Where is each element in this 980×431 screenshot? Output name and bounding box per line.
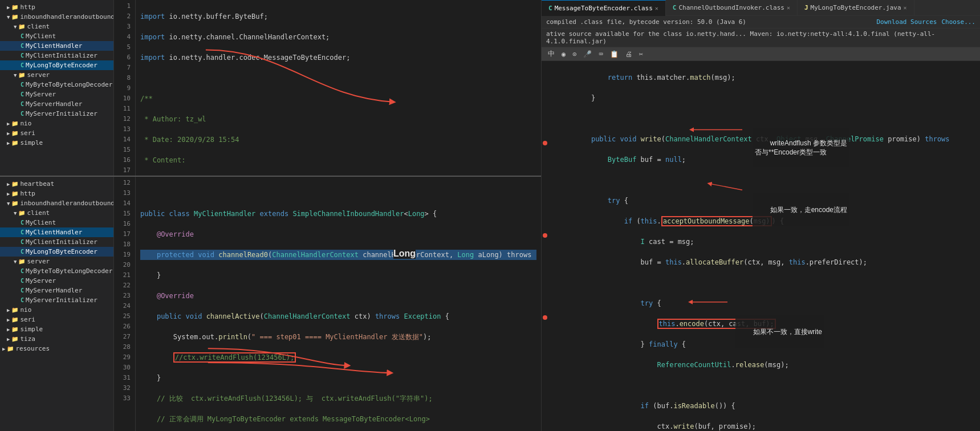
tree-item-client-bottom[interactable]: ▼ 📁 client (0, 208, 113, 218)
tab-close-icon[interactable]: ✕ (655, 5, 658, 11)
tree-item-mybytetolong-top[interactable]: C MyByteToByteLongDecoder (0, 80, 113, 90)
tree-item-server-bottom[interactable]: ▼ 📁 server (0, 257, 113, 266)
arrow-icon: ▶ (7, 5, 10, 10)
tree-label: MyByteToByteLongDecoder (26, 81, 112, 88)
tree-label: MyServerInitializer (26, 296, 97, 304)
folder-icon: 📁 (18, 210, 25, 216)
folder-icon: 📁 (7, 345, 14, 352)
notification-bar: compiled .class file, bytecode version: … (542, 16, 980, 29)
folder-icon: 📁 (11, 130, 18, 136)
toolbar-btn-print[interactable]: 🖨 (624, 50, 634, 59)
arrow-icon: ▶ (7, 336, 10, 342)
tree-item-myclient-bottom[interactable]: C MyClient (0, 218, 113, 227)
tree-label: inboundhandlerandoutboundhandler (20, 200, 114, 207)
tree-item-myclienthandler-bottom[interactable]: C MyClientHandler (0, 227, 113, 237)
tree-item-simple-bottom[interactable]: ▶ 📁 simple (0, 324, 113, 334)
tree-item-nio-top[interactable]: ▶ 📁 nio (0, 119, 113, 128)
tree-item-inbound-top[interactable]: ▼ 📁 inboundhandlerandoutboundhandler (0, 12, 113, 22)
download-sources-link[interactable]: Download Sources (876, 18, 937, 26)
arrow-icon: ▼ (7, 201, 10, 206)
class-icon: C (21, 239, 24, 245)
toolbar-btn-mic[interactable]: 🎤 (582, 50, 593, 59)
bottom-code-area: 1213141516 1718192021 2223242526 2728293… (114, 177, 541, 431)
breakpoint-dot-1 (543, 141, 547, 145)
tree-item-mylongtobyteencoder-top[interactable]: C MyLongToByteEncoder (0, 60, 113, 70)
tree-item-http-top[interactable]: ▶ 📁 http (0, 2, 113, 12)
java-tab-icon: J (804, 4, 808, 11)
tree-item-myserver-top[interactable]: C MyServer (0, 90, 113, 99)
tree-item-tiza-bottom[interactable]: ▶ 📁 tiza (0, 334, 113, 344)
folder-icon: 📁 (11, 326, 18, 332)
arrow-icon: ▶ (7, 327, 10, 332)
tree-item-myclienthandler-top[interactable]: C MyClientHandler (0, 41, 113, 51)
tree-item-myclientinitializer-top[interactable]: C MyClientInitializer (0, 51, 113, 60)
top-code-section: ▶ 📁 http ▼ 📁 inboundhandlerandoutboundha… (0, 0, 541, 177)
tree-item-myclient-top[interactable]: C MyClient (0, 31, 113, 41)
file-tree-top: ▶ 📁 http ▼ 📁 inboundhandlerandoutboundha… (0, 0, 114, 176)
arrow-icon: ▼ (14, 24, 17, 30)
folder-icon: 📁 (11, 336, 18, 342)
tree-label: MyClientHandler (26, 229, 82, 236)
class-icon: C (21, 33, 24, 39)
folder-icon: 📁 (11, 316, 18, 323)
folder-icon: 📁 (18, 258, 25, 265)
class-icon: C (21, 101, 24, 107)
tree-label: MyByteToByteLongDecoder (26, 267, 112, 275)
tab-channeloutbound[interactable]: C ChannelOutboundInvoker.class ✕ (666, 0, 798, 16)
toolbar-btn-scissors[interactable]: ✂ (637, 50, 645, 59)
tree-item-nio-bottom[interactable]: ▶ 📁 nio (0, 305, 113, 315)
tree-label: MyClient (26, 32, 56, 40)
tree-item-mylongtobyteencoder-bottom[interactable]: C MyLongToByteEncoder (0, 247, 113, 257)
tree-item-seri-bottom[interactable]: ▶ 📁 seri (0, 315, 113, 324)
tree-label: simple (20, 139, 43, 147)
arrow-icon: ▶ (7, 121, 10, 127)
tree-label: simple (20, 326, 43, 333)
tree-label: MyServer (26, 91, 56, 98)
toolbar-btn-keyboard[interactable]: ⌨ (597, 50, 604, 59)
tree-item-server-top[interactable]: ▼ 📁 server (0, 70, 113, 80)
class-icon: C (21, 62, 24, 68)
toolbar-btn-dot[interactable]: ⊙ (571, 50, 578, 59)
toolbar-btn-zh[interactable]: 中 (546, 48, 556, 59)
tree-label: MyLongToByteEncoder (26, 248, 97, 255)
tree-item-myserverhandler-bottom[interactable]: C MyServerHandler (0, 286, 113, 295)
tab-close-icon[interactable]: ✕ (904, 5, 907, 11)
tree-item-simple-top[interactable]: ▶ 📁 simple (0, 138, 113, 148)
arrow-icon: ▶ (7, 307, 10, 313)
breakpoint-dot-2 (543, 233, 547, 238)
toolbar-btn-circle[interactable]: ◉ (560, 50, 567, 59)
arrow-icon: ▶ (7, 191, 10, 197)
tree-item-mybytetolong-bottom[interactable]: C MyByteToByteLongDecoder (0, 266, 113, 276)
tree-item-seri-top[interactable]: ▶ 📁 seri (0, 128, 113, 138)
top-code-area: 12345 678910 1112131415 161718 import io… (114, 0, 541, 176)
notification-text: compiled .class file, bytecode version: … (546, 18, 746, 26)
tab-mylongtobyteencoder[interactable]: J MyLongToByteEncoder.java ✕ (798, 0, 914, 16)
tab-messagetobyte[interactable]: C MessageToByteEncoder.class ✕ (542, 0, 666, 16)
arrow-icon: ▼ (14, 210, 17, 216)
tree-item-client-top[interactable]: ▼ 📁 client (0, 22, 113, 31)
tree-label: server (27, 71, 50, 79)
folder-icon: 📁 (11, 120, 18, 127)
right-code-area: return this.matcher.match(msg); } public… (542, 61, 980, 431)
tab-close-icon[interactable]: ✕ (787, 5, 790, 11)
folder-icon: 📁 (18, 72, 25, 78)
tree-item-myclientinitializer-bottom[interactable]: C MyClientInitializer (0, 237, 113, 247)
choose-link[interactable]: Choose... (941, 18, 975, 26)
tree-item-myserverinitializer-top[interactable]: C MyServerInitializer (0, 109, 113, 119)
tree-item-myserver-bottom[interactable]: C MyServer (0, 276, 113, 286)
tree-item-myserverinitializer-bottom[interactable]: C MyServerInitializer (0, 295, 113, 305)
tree-label: MyLongToByteEncoder (26, 62, 97, 69)
toolbar-bar: 中 ◉ ⊙ 🎤 ⌨ 📋 🖨 ✂ (542, 47, 980, 61)
right-code-content: return this.matcher.match(msg); } public… (570, 61, 980, 431)
tree-label: client (27, 23, 50, 30)
toolbar-btn-clipboard[interactable]: 📋 (608, 50, 620, 59)
tree-item-resources-bottom[interactable]: ▶ 📁 resources (0, 344, 113, 353)
folder-icon: 📁 (11, 200, 18, 206)
tree-item-http-bottom[interactable]: ▶ 📁 http (0, 189, 113, 198)
tree-item-heartbeat[interactable]: ▶ 📁 heartbeat (0, 179, 113, 189)
tab-label: MessageToByteEncoder.class (555, 5, 653, 12)
tree-item-myserverhandler-top[interactable]: C MyServerHandler (0, 99, 113, 109)
tree-item-inbound-bottom[interactable]: ▼ 📁 inboundhandlerandoutboundhandler (0, 198, 113, 208)
tree-label: heartbeat (20, 180, 54, 188)
line-numbers-top: 12345 678910 1112131415 161718 (114, 0, 136, 176)
